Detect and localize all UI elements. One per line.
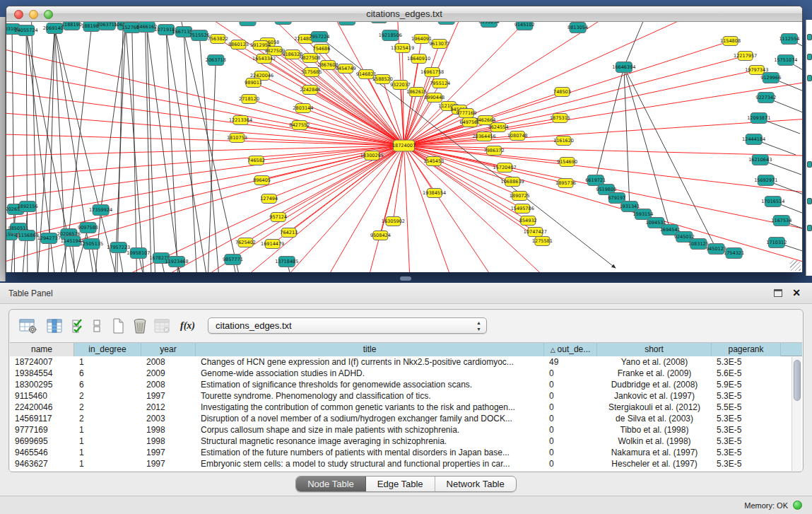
graph-node[interactable]: 746582 [247, 156, 265, 165]
table-row[interactable]: 1938455462009Genome-wide association stu… [10, 368, 802, 379]
graph-node[interactable]: 12213364 [229, 116, 252, 125]
graph-node[interactable]: 1890725 [510, 192, 530, 201]
table-row[interactable]: 1456911722003Disruption of a novel membe… [10, 413, 802, 424]
graph-node[interactable]: 10747427 [524, 228, 547, 237]
table-select[interactable]: citations_edges.txt ▲▼ [208, 317, 487, 334]
graph-node[interactable]: 16305902 [382, 217, 405, 226]
graph-node[interactable]: 2803144 [293, 104, 313, 113]
table-row[interactable]: 969969511998Structural magnetic resonanc… [10, 436, 802, 447]
column-header-year[interactable]: year [141, 343, 196, 356]
graph-node[interactable]: 24055724 [15, 25, 38, 36]
graph-node[interactable]: 896405 [253, 176, 271, 185]
graph-node[interactable]: 1112554 [779, 34, 799, 45]
graph-node[interactable]: 8813054 [567, 23, 588, 33]
graph-node[interactable]: 1710312 [766, 238, 787, 248]
delete-rows-icon[interactable] [132, 317, 148, 334]
graph-node[interactable]: 15751074 [774, 55, 797, 66]
graph-node[interactable]: 9322037 [390, 81, 411, 90]
graph-node[interactable]: 989011 [245, 78, 262, 88]
graph-node[interactable]: 12093871 [747, 113, 770, 124]
new-file-icon[interactable] [111, 317, 125, 334]
tab-network-table[interactable]: Network Table [435, 477, 516, 491]
table-vertical-scrollbar[interactable] [792, 357, 801, 471]
tab-node-table[interactable]: Node Table [296, 477, 366, 491]
column-header-name[interactable]: name [10, 343, 74, 356]
graph-node[interactable]: 957124 [269, 213, 287, 222]
graph-node[interactable]: 8454749 [336, 64, 356, 74]
graph-node[interactable]: 754686 [313, 45, 331, 54]
graph-node[interactable]: 127494 [260, 194, 278, 204]
scrollbar-thumb[interactable] [794, 360, 801, 401]
column-header-short[interactable]: short [597, 343, 712, 356]
graph-node[interactable]: 9097588 [78, 223, 98, 233]
graph-node[interactable]: 7957224 [309, 32, 329, 42]
graph-node[interactable]: 17016514 [761, 197, 784, 207]
graph-node[interactable]: 9145102 [514, 22, 535, 30]
graph-node[interactable]: 16914479 [261, 240, 284, 249]
graph-node[interactable]: 2242848 [300, 86, 320, 95]
graph-node[interactable]: 15692971 [754, 175, 777, 186]
graph-node[interactable]: 748503 [553, 88, 571, 97]
column-header-title[interactable]: title [196, 343, 544, 356]
graph-node[interactable]: 1875315 [550, 114, 570, 123]
graph-node[interactable]: 8131054 [479, 22, 500, 28]
graph-node[interactable]: 16961758 [420, 68, 444, 77]
graph-node[interactable]: 9154690 [557, 158, 577, 167]
column-header-in_degree[interactable]: in_degree [74, 343, 141, 356]
graph-node[interactable]: 2248305 [237, 22, 258, 26]
table-row[interactable]: 911546021997Tourette syndrome. Phenomeno… [10, 390, 802, 402]
graph-node[interactable]: 854932 [519, 216, 537, 226]
graph-node[interactable]: 11923468 [165, 257, 188, 267]
window-resize-grip[interactable] [790, 260, 801, 271]
network-window-titlebar[interactable]: citations_edges.txt [6, 6, 802, 22]
graph-node[interactable]: 7955124 [430, 79, 450, 88]
graph-node[interactable]: 3624554 [488, 123, 509, 132]
table-row[interactable]: 946554611997Estimation of the future num… [10, 447, 802, 458]
delete-table-icon[interactable] [153, 317, 170, 334]
graph-node[interactable]: 15495786 [511, 204, 534, 214]
column-header-pagerank[interactable]: pagerank [712, 343, 781, 356]
graph-node[interactable]: 18640910 [407, 54, 430, 64]
graph-node[interactable]: 1275581 [532, 237, 553, 246]
graph-node[interactable]: 19384554 [423, 189, 446, 198]
citation-network-graph[interactable]: 1872400718226058982750916543342591295488… [6, 22, 802, 272]
select-columns-icon[interactable] [46, 317, 63, 334]
graph-node[interactable]: 17359924 [89, 205, 112, 216]
graph-node[interactable]: 8860123 [228, 40, 249, 49]
graph-hub-node[interactable]: 18724007 [392, 140, 416, 151]
graph-node[interactable]: 1754321 [724, 248, 744, 259]
graph-node[interactable]: 19218506 [379, 30, 402, 41]
graph-node[interactable]: 2063718 [206, 55, 226, 66]
graph-node[interactable]: 9227342 [755, 93, 776, 103]
graph-node[interactable]: 1810753 [227, 134, 247, 143]
graph-node[interactable]: 13325419 [391, 44, 414, 53]
column-header-out_de[interactable]: △out_de... [544, 343, 597, 356]
graph-node[interactable]: 1161620 [553, 136, 574, 146]
table-row[interactable]: 1872400712008Changes of HCN gene express… [10, 356, 802, 368]
close-panel-icon[interactable]: ✕ [792, 287, 801, 298]
graph-node[interactable]: 9777169 [456, 109, 476, 118]
graph-node[interactable]: 16210643 [748, 155, 772, 165]
graph-node[interactable]: 9129966 [760, 73, 781, 83]
pane-splitter-handle[interactable] [400, 276, 411, 281]
tab-edge-table[interactable]: Edge Table [366, 477, 435, 491]
graph-node[interactable]: 5328714 [436, 22, 457, 25]
graph-node[interactable]: 16646394 [612, 62, 635, 73]
graph-node[interactable]: 1916379 [273, 22, 293, 25]
table-row[interactable]: 946362711997Embryonic stem cells: a mode… [10, 458, 802, 469]
graph-node[interactable]: 9613077 [429, 40, 449, 49]
graph-node[interactable]: 1895736 [555, 179, 576, 188]
graph-node[interactable]: 1080748 [507, 132, 528, 141]
graph-node[interactable]: 9827508 [300, 54, 320, 63]
float-panel-icon[interactable] [774, 289, 782, 297]
table-row[interactable]: 2242004622012Investigating the contribut… [10, 402, 802, 413]
graph-node[interactable]: 1188190 [61, 22, 82, 30]
graph-node[interactable]: 5572301 [337, 22, 358, 25]
graph-node[interactable]: 16543342 [252, 54, 276, 64]
graph-node[interactable]: 9508424 [370, 231, 391, 240]
graph-node[interactable]: 764213 [280, 228, 298, 238]
graph-node[interactable]: 12505135 [80, 239, 103, 250]
graph-node[interactable]: 1167534 [771, 216, 792, 226]
network-window[interactable]: citations_edges.txt 18724007182260589827… [6, 6, 803, 272]
graph-node[interactable]: 5912954 [250, 41, 271, 50]
